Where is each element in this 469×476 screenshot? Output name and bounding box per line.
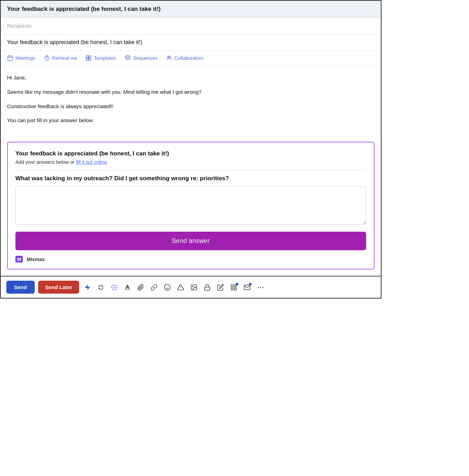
- toolbar-templates-label: Templates: [94, 55, 116, 61]
- subject-row[interactable]: Your feedback is appreciated (be honest,…: [1, 34, 381, 51]
- pencil-icon[interactable]: [216, 282, 225, 292]
- layout-icon[interactable]: [229, 282, 239, 292]
- clock-icon: [44, 55, 50, 61]
- svg-rect-8: [89, 56, 91, 58]
- toolbar-sequences[interactable]: Sequences: [125, 55, 158, 61]
- svg-point-15: [113, 287, 115, 288]
- email-compose-window: Your feedback is appreciated (be honest,…: [1, 1, 381, 298]
- survey-subtitle-before: Add your answers below or: [15, 159, 76, 165]
- more-options-icon[interactable]: ⋯: [255, 282, 265, 292]
- email-title: Your feedback is appreciated (be honest,…: [7, 6, 161, 12]
- survey-title: Your feedback is appreciated (be honest,…: [15, 150, 366, 157]
- toolbar-collaborators-label: Collaborators: [174, 55, 203, 61]
- body-greeting: Hi Jane,: [7, 74, 374, 82]
- bottom-bar: Send Send Later: [1, 276, 381, 298]
- sequences-icon: [125, 55, 131, 61]
- svg-line-20: [112, 285, 113, 286]
- sparkle-icon[interactable]: [109, 282, 119, 292]
- toolbar-templates[interactable]: Templates: [85, 55, 116, 61]
- email-header: Your feedback is appreciated (be honest,…: [1, 1, 381, 18]
- svg-rect-9: [86, 58, 89, 61]
- survey-send-button[interactable]: Send answer: [15, 232, 366, 250]
- svg-rect-34: [231, 288, 233, 290]
- toolbar-remind-me[interactable]: Remind me: [44, 55, 77, 61]
- lock-icon[interactable]: [202, 282, 212, 292]
- survey-card: Your feedback is appreciated (be honest,…: [7, 142, 374, 270]
- body-line2: Constructive feedback is always apprecia…: [7, 102, 374, 111]
- svg-rect-31: [205, 287, 210, 290]
- svg-rect-7: [86, 56, 89, 58]
- svg-rect-32: [231, 285, 233, 287]
- send-later-button[interactable]: Send Later: [38, 281, 79, 294]
- svg-rect-35: [234, 288, 237, 290]
- recipients-row[interactable]: Recipients: [1, 18, 381, 34]
- mail-icon[interactable]: [242, 282, 252, 292]
- email-body[interactable]: Hi Jane, Seems like my message didn't re…: [1, 66, 381, 138]
- svg-point-11: [126, 56, 130, 57]
- link-icon[interactable]: [149, 282, 159, 292]
- survey-subtitle-after: .: [107, 159, 108, 165]
- toolbar-row: Meetings Remind me Templates: [1, 51, 381, 66]
- mixmax-brand-label: Mixmax: [27, 257, 45, 262]
- svg-line-22: [115, 285, 117, 286]
- svg-line-21: [115, 288, 117, 289]
- send-button[interactable]: Send: [6, 281, 35, 294]
- attachment-icon[interactable]: [136, 282, 146, 292]
- svg-line-23: [112, 288, 113, 289]
- body-line1: Seems like my message didn't resonate wi…: [7, 88, 374, 97]
- svg-marker-14: [85, 284, 90, 290]
- svg-line-6: [47, 58, 48, 59]
- toolbar-meetings-label: Meetings: [15, 55, 35, 61]
- emoji-icon[interactable]: [162, 282, 172, 292]
- toolbar-remind-label: Remind me: [52, 55, 77, 61]
- toolbar-meetings[interactable]: Meetings: [7, 55, 35, 61]
- svg-point-13: [169, 56, 171, 58]
- mixmax-logo-m: M: [15, 256, 23, 262]
- survey-answer-input[interactable]: [15, 186, 366, 225]
- toolbar-collaborators[interactable]: Collaborators: [166, 55, 203, 61]
- survey-footer: M Mixmax: [15, 256, 366, 262]
- warning-icon[interactable]: [176, 282, 186, 292]
- svg-rect-10: [89, 58, 91, 61]
- survey-divider: [15, 170, 366, 170]
- font-icon[interactable]: A: [122, 282, 132, 292]
- lightning-icon[interactable]: [83, 282, 92, 292]
- svg-point-24: [164, 284, 170, 290]
- body-line3: You can just fill in your answer below.: [7, 116, 374, 125]
- calendar-icon: [7, 55, 13, 61]
- templates-icon: [85, 55, 92, 61]
- survey-question: What was lacking in my outreach? Did I g…: [15, 175, 366, 182]
- refresh-icon[interactable]: [96, 282, 106, 292]
- toolbar-sequences-label: Sequences: [133, 55, 158, 61]
- svg-point-30: [192, 286, 194, 287]
- svg-rect-33: [234, 285, 237, 287]
- svg-rect-0: [8, 56, 13, 61]
- subject-text: Your feedback is appreciated (be honest,…: [7, 39, 142, 45]
- survey-subtitle: Add your answers below or fill it out on…: [15, 159, 366, 165]
- image-icon[interactable]: [189, 282, 199, 292]
- collaborators-icon: [166, 55, 172, 61]
- recipients-label: Recipients: [7, 23, 31, 29]
- survey-fill-online-link[interactable]: fill it out online: [76, 159, 107, 165]
